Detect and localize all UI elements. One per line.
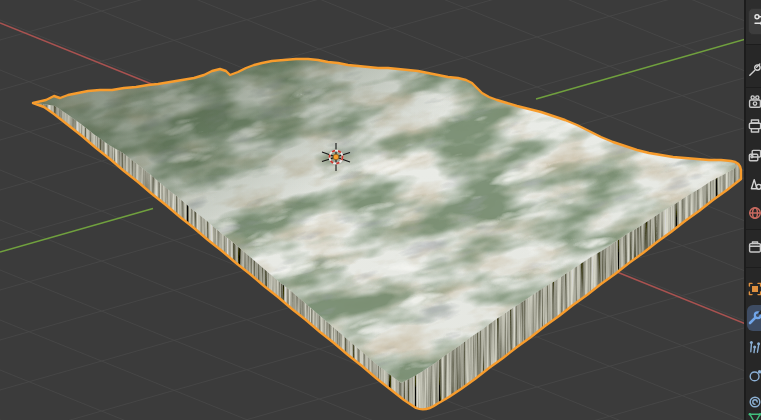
tab-view-layer[interactable] bbox=[747, 143, 761, 169]
properties-icon bbox=[752, 12, 761, 31]
y-axis-line bbox=[536, 39, 746, 99]
tab-collection[interactable] bbox=[747, 234, 761, 260]
y-axis-line bbox=[0, 209, 153, 253]
tab-modifiers[interactable] bbox=[747, 305, 761, 331]
tab-object-data[interactable] bbox=[747, 405, 761, 420]
terrain-object[interactable] bbox=[0, 0, 746, 420]
x-axis-line bbox=[0, 23, 164, 89]
terrain-surface bbox=[0, 0, 746, 420]
tab-group-separator bbox=[746, 267, 761, 268]
tab-group-separator bbox=[746, 229, 761, 230]
tab-group-separator bbox=[746, 87, 761, 88]
properties-editor-header bbox=[746, 0, 761, 44]
properties-editor bbox=[746, 0, 761, 420]
tab-physics[interactable] bbox=[747, 363, 761, 389]
viewport-3d[interactable] bbox=[0, 0, 746, 420]
editor-type-button[interactable] bbox=[748, 8, 761, 35]
tab-particles[interactable] bbox=[747, 334, 761, 360]
x-axis-line bbox=[617, 272, 746, 324]
tab-object[interactable] bbox=[747, 276, 761, 302]
tab-group-separator bbox=[746, 44, 761, 45]
tab-scene[interactable] bbox=[747, 171, 761, 197]
blender-3d-viewport-window bbox=[0, 0, 761, 420]
tab-render[interactable] bbox=[747, 89, 761, 115]
tab-tool[interactable] bbox=[747, 57, 761, 83]
tab-world[interactable] bbox=[747, 200, 761, 226]
tab-output[interactable] bbox=[747, 113, 761, 139]
object-origin-dot bbox=[333, 154, 339, 160]
